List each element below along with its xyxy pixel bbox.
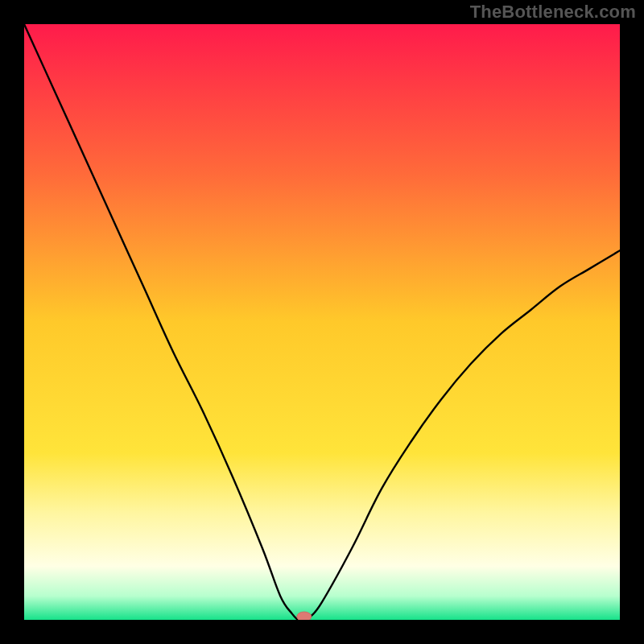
chart-frame: TheBottleneck.com — [0, 0, 644, 644]
watermark-text: TheBottleneck.com — [470, 2, 636, 23]
optimal-point-marker — [297, 612, 312, 620]
chart-svg — [24, 24, 620, 620]
chart-background — [24, 24, 620, 620]
plot-area — [24, 24, 620, 620]
